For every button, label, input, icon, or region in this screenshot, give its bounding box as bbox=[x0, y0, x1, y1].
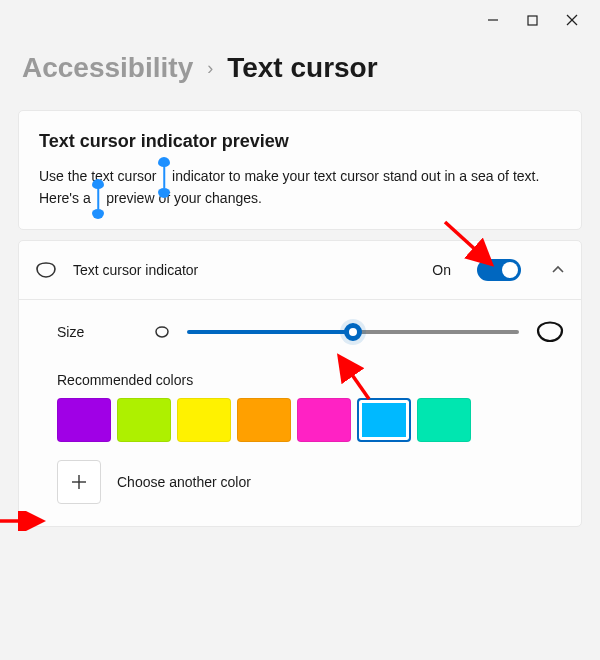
color-swatch-2[interactable] bbox=[177, 398, 231, 442]
color-swatches bbox=[57, 398, 565, 442]
size-row: Size bbox=[35, 320, 565, 344]
choose-color-row: Choose another color bbox=[57, 460, 565, 504]
preview-title: Text cursor indicator preview bbox=[39, 131, 561, 152]
close-button[interactable] bbox=[566, 14, 578, 26]
indicator-label: Text cursor indicator bbox=[73, 262, 416, 278]
color-swatch-0[interactable] bbox=[57, 398, 111, 442]
text-cursor-indicator-preview-2 bbox=[95, 188, 103, 210]
add-color-button[interactable] bbox=[57, 460, 101, 504]
breadcrumb-prev[interactable]: Accessibility bbox=[22, 52, 193, 84]
choose-color-label: Choose another color bbox=[117, 474, 251, 490]
close-icon bbox=[566, 14, 578, 26]
window-controls bbox=[0, 0, 600, 34]
breadcrumb-current: Text cursor bbox=[227, 52, 377, 84]
maximize-button[interactable] bbox=[527, 14, 538, 26]
preview-card: Text cursor indicator preview Use the te… bbox=[18, 110, 582, 230]
color-swatch-3[interactable] bbox=[237, 398, 291, 442]
color-swatch-1[interactable] bbox=[117, 398, 171, 442]
slider-thumb[interactable] bbox=[344, 323, 362, 341]
size-label: Size bbox=[57, 324, 137, 340]
preview-description: Use the text cursor indicator to make yo… bbox=[39, 166, 561, 209]
maximize-icon bbox=[527, 15, 538, 26]
plus-icon bbox=[70, 473, 88, 491]
minimize-icon bbox=[487, 14, 499, 26]
color-swatch-4[interactable] bbox=[297, 398, 351, 442]
colors-label: Recommended colors bbox=[57, 372, 565, 388]
minimize-button[interactable] bbox=[487, 14, 499, 26]
size-slider[interactable] bbox=[187, 330, 519, 334]
indicator-state: On bbox=[432, 262, 451, 278]
text-cursor-indicator-preview-1 bbox=[160, 166, 168, 188]
preview-text-c: preview of your changes. bbox=[106, 190, 262, 206]
svg-rect-1 bbox=[528, 16, 537, 25]
size-min-icon bbox=[153, 325, 171, 339]
chevron-up-icon[interactable] bbox=[551, 263, 565, 277]
indicator-row[interactable]: Text cursor indicator On bbox=[19, 241, 581, 300]
drop-icon bbox=[35, 261, 57, 279]
indicator-toggle[interactable] bbox=[477, 259, 521, 281]
chevron-right-icon: › bbox=[207, 58, 213, 79]
size-max-icon bbox=[535, 320, 565, 344]
breadcrumb: Accessibility › Text cursor bbox=[0, 34, 600, 110]
color-swatch-5[interactable] bbox=[357, 398, 411, 442]
indicator-expanded: Size Recommended colors Choose another c… bbox=[19, 300, 581, 526]
color-swatch-6[interactable] bbox=[417, 398, 471, 442]
indicator-card: Text cursor indicator On Size Recommende… bbox=[18, 240, 582, 527]
